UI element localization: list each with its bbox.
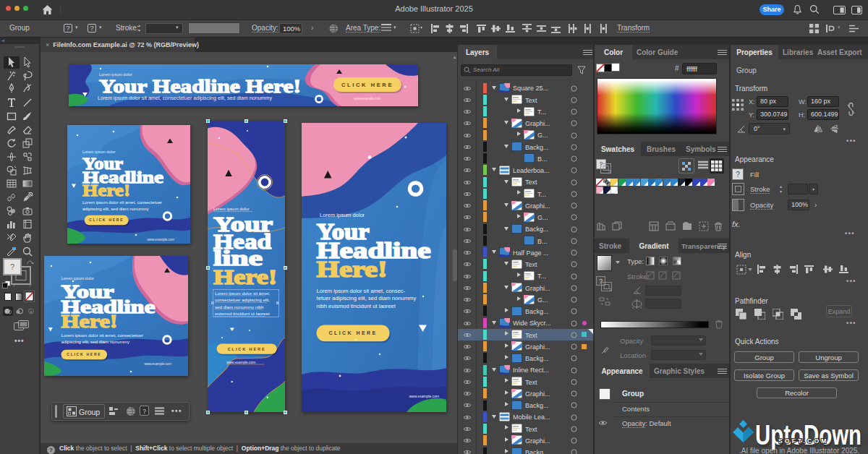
svg-text:adipiscing elit, sed diam nonu: adipiscing elit, sed diam nonummy — [61, 339, 130, 344]
svg-text:tetuer adipiscing elit, sed di: tetuer adipiscing elit, sed diam nonummy — [317, 295, 417, 301]
svg-text:Lorem ipsum dolor: Lorem ipsum dolor — [320, 212, 365, 218]
svg-text:CLICK HERE: CLICK HERE — [328, 330, 377, 335]
svg-text:www.example.com: www.example.com — [226, 361, 255, 364]
svg-text:SOFT.COM: SOFT.COM — [778, 437, 829, 445]
svg-text:consectetuer adipiscing elit,: consectetuer adipiscing elit, — [215, 297, 270, 302]
svg-text:euismod tincidunt ut laoreet: euismod tincidunt ut laoreet — [215, 311, 270, 316]
svg-text:Lorem ipsum dolor sit amet, co: Lorem ipsum dolor sit amet, consectetuer — [61, 333, 144, 338]
svg-text:adipiscing elit, sed diam nonu: adipiscing elit, sed diam nonummy — [82, 207, 149, 211]
svg-text:Here!: Here! — [317, 257, 388, 282]
svg-text:Lorem ipsum dolor: Lorem ipsum dolor — [61, 276, 95, 280]
svg-text:Here!: Here! — [82, 181, 130, 200]
svg-text:Your Headline Here!: Your Headline Here! — [99, 76, 301, 97]
svg-text:CLICK HERE: CLICK HERE — [67, 352, 101, 356]
svg-text:nibh euismod tincidunt ut laor: nibh euismod tincidunt ut laoreet — [317, 303, 396, 309]
svg-text:Lorem ipsum dolor sit amet, co: Lorem ipsum dolor sit amet, consectetuer — [82, 200, 162, 205]
svg-text:sed diam nonummy nibh: sed diam nonummy nibh — [215, 304, 264, 309]
svg-text:Lorem ipsum dolor: Lorem ipsum dolor — [213, 207, 250, 211]
svg-text:CLICK HERE: CLICK HERE — [89, 218, 124, 222]
svg-text:Here!: Here! — [61, 312, 118, 331]
svg-text:CLICK HERE: CLICK HERE — [341, 82, 393, 88]
svg-text:Lorem ipsum dolor sit amet, co: Lorem ipsum dolor sit amet, consectetuer… — [98, 95, 273, 101]
svg-text:www.example.com: www.example.com — [409, 394, 440, 398]
svg-text:Lorem ipsum dolor: Lorem ipsum dolor — [82, 150, 116, 154]
svg-text:Here!: Here! — [213, 265, 277, 288]
svg-text:Lorem ipsum dolor sit amet,: Lorem ipsum dolor sit amet, — [215, 291, 271, 296]
svg-text:www.example.com: www.example.com — [148, 238, 175, 241]
svg-text:www.example.com: www.example.com — [354, 97, 381, 100]
svg-text:www.example.com: www.example.com — [144, 362, 171, 366]
svg-text:Lorem ipsum dolor sit amet, co: Lorem ipsum dolor sit amet, consec- — [317, 288, 406, 294]
svg-text:CLICK HERE: CLICK HERE — [228, 347, 266, 351]
svg-text:?: ? — [608, 169, 610, 174]
